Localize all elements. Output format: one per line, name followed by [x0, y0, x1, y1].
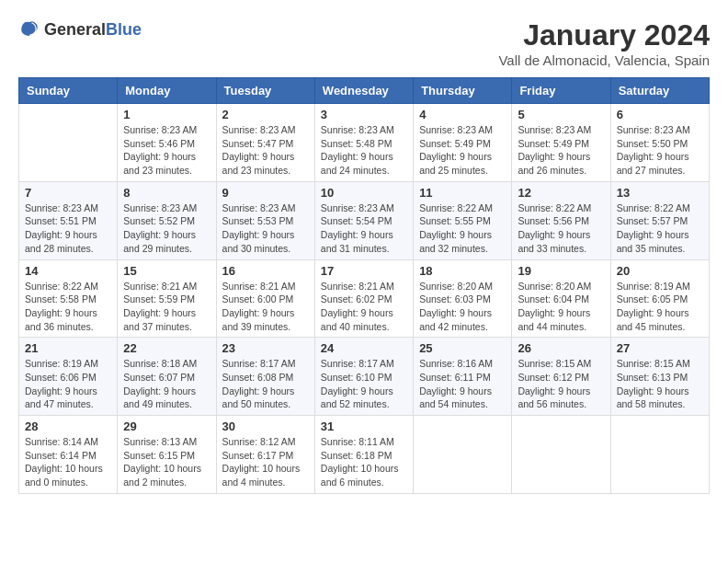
calendar-cell	[610, 416, 709, 494]
calendar-cell: 23Sunrise: 8:17 AM Sunset: 6:08 PM Dayli…	[216, 338, 314, 416]
day-number: 4	[419, 108, 506, 121]
day-number: 7	[25, 186, 111, 200]
calendar-cell: 26Sunrise: 8:15 AM Sunset: 6:12 PM Dayli…	[512, 338, 610, 416]
day-info: Sunrise: 8:18 AM Sunset: 6:07 PM Dayligh…	[123, 357, 210, 411]
day-number: 9	[222, 186, 309, 200]
day-info: Sunrise: 8:23 AM Sunset: 5:54 PM Dayligh…	[321, 201, 407, 256]
calendar-cell: 1Sunrise: 8:23 AM Sunset: 5:46 PM Daylig…	[118, 104, 216, 182]
day-number: 11	[419, 186, 506, 200]
day-info: Sunrise: 8:12 AM Sunset: 6:17 PM Dayligh…	[222, 435, 309, 489]
calendar-week-4: 21Sunrise: 8:19 AM Sunset: 6:06 PM Dayli…	[19, 338, 710, 416]
calendar-cell: 25Sunrise: 8:16 AM Sunset: 6:11 PM Dayli…	[414, 338, 512, 416]
day-number: 28	[25, 419, 111, 433]
day-info: Sunrise: 8:15 AM Sunset: 6:12 PM Dayligh…	[518, 357, 604, 411]
calendar-cell: 13Sunrise: 8:22 AM Sunset: 5:57 PM Dayli…	[610, 181, 709, 259]
calendar-cell: 17Sunrise: 8:21 AM Sunset: 6:02 PM Dayli…	[314, 259, 413, 338]
calendar-cell: 12Sunrise: 8:22 AM Sunset: 5:56 PM Dayli…	[512, 181, 610, 259]
day-info: Sunrise: 8:23 AM Sunset: 5:50 PM Dayligh…	[617, 123, 703, 178]
weekday-header-row: SundayMondayTuesdayWednesdayThursdayFrid…	[19, 78, 710, 104]
day-info: Sunrise: 8:17 AM Sunset: 6:10 PM Dayligh…	[321, 357, 407, 411]
calendar-cell: 22Sunrise: 8:18 AM Sunset: 6:07 PM Dayli…	[118, 338, 216, 416]
calendar-cell	[19, 104, 118, 182]
calendar-week-3: 14Sunrise: 8:22 AM Sunset: 5:58 PM Dayli…	[19, 259, 710, 338]
day-number: 24	[321, 341, 407, 355]
day-number: 31	[321, 419, 407, 433]
day-number: 10	[321, 186, 407, 200]
day-info: Sunrise: 8:22 AM Sunset: 5:55 PM Dayligh…	[419, 201, 506, 256]
weekday-header-friday: Friday	[512, 78, 610, 104]
title-area: January 2024 Vall de Almonacid, Valencia…	[498, 18, 710, 68]
day-number: 2	[222, 108, 309, 121]
day-info: Sunrise: 8:11 AM Sunset: 6:18 PM Dayligh…	[321, 435, 407, 489]
day-info: Sunrise: 8:13 AM Sunset: 6:15 PM Dayligh…	[123, 435, 210, 489]
day-number: 29	[123, 419, 210, 433]
calendar-cell: 19Sunrise: 8:20 AM Sunset: 6:04 PM Dayli…	[512, 259, 610, 338]
day-info: Sunrise: 8:23 AM Sunset: 5:51 PM Dayligh…	[25, 201, 111, 256]
day-info: Sunrise: 8:23 AM Sunset: 5:46 PM Dayligh…	[123, 123, 210, 178]
day-info: Sunrise: 8:21 AM Sunset: 6:00 PM Dayligh…	[222, 280, 309, 334]
calendar-cell: 3Sunrise: 8:23 AM Sunset: 5:48 PM Daylig…	[314, 104, 413, 182]
calendar-week-1: 1Sunrise: 8:23 AM Sunset: 5:46 PM Daylig…	[19, 104, 710, 182]
weekday-header-thursday: Thursday	[414, 78, 512, 104]
calendar-week-2: 7Sunrise: 8:23 AM Sunset: 5:51 PM Daylig…	[19, 181, 710, 259]
day-number: 6	[617, 108, 703, 121]
page-header: GeneralBlue January 2024 Vall de Almonac…	[18, 18, 710, 68]
calendar-cell: 15Sunrise: 8:21 AM Sunset: 5:59 PM Dayli…	[118, 259, 216, 338]
day-info: Sunrise: 8:23 AM Sunset: 5:53 PM Dayligh…	[222, 201, 309, 256]
day-info: Sunrise: 8:21 AM Sunset: 5:59 PM Dayligh…	[123, 280, 210, 334]
weekday-header-saturday: Saturday	[610, 78, 709, 104]
calendar-cell: 24Sunrise: 8:17 AM Sunset: 6:10 PM Dayli…	[314, 338, 413, 416]
weekday-header-monday: Monday	[118, 78, 216, 104]
day-number: 17	[321, 264, 407, 278]
calendar-cell: 4Sunrise: 8:23 AM Sunset: 5:49 PM Daylig…	[414, 104, 512, 182]
day-info: Sunrise: 8:23 AM Sunset: 5:49 PM Dayligh…	[518, 123, 604, 178]
calendar-cell	[512, 416, 610, 494]
logo: GeneralBlue	[18, 18, 142, 40]
day-number: 19	[518, 264, 604, 278]
day-number: 23	[222, 341, 309, 355]
location-title: Vall de Almonacid, Valencia, Spain	[498, 52, 710, 68]
logo-blue-text: Blue	[106, 20, 142, 39]
calendar-cell: 31Sunrise: 8:11 AM Sunset: 6:18 PM Dayli…	[314, 416, 413, 494]
day-number: 5	[518, 108, 604, 121]
calendar-cell: 6Sunrise: 8:23 AM Sunset: 5:50 PM Daylig…	[610, 104, 709, 182]
calendar-cell: 2Sunrise: 8:23 AM Sunset: 5:47 PM Daylig…	[216, 104, 314, 182]
calendar-cell: 5Sunrise: 8:23 AM Sunset: 5:49 PM Daylig…	[512, 104, 610, 182]
day-number: 12	[518, 186, 604, 200]
calendar-cell: 7Sunrise: 8:23 AM Sunset: 5:51 PM Daylig…	[19, 181, 118, 259]
calendar-cell: 9Sunrise: 8:23 AM Sunset: 5:53 PM Daylig…	[216, 181, 314, 259]
day-info: Sunrise: 8:19 AM Sunset: 6:05 PM Dayligh…	[617, 280, 703, 334]
day-info: Sunrise: 8:22 AM Sunset: 5:57 PM Dayligh…	[617, 201, 703, 256]
day-number: 27	[617, 341, 703, 355]
day-number: 22	[123, 341, 210, 355]
day-info: Sunrise: 8:22 AM Sunset: 5:58 PM Dayligh…	[25, 280, 111, 334]
day-info: Sunrise: 8:19 AM Sunset: 6:06 PM Dayligh…	[25, 357, 111, 411]
calendar-cell: 8Sunrise: 8:23 AM Sunset: 5:52 PM Daylig…	[118, 181, 216, 259]
weekday-header-tuesday: Tuesday	[216, 78, 314, 104]
day-info: Sunrise: 8:20 AM Sunset: 6:03 PM Dayligh…	[419, 280, 506, 334]
day-info: Sunrise: 8:23 AM Sunset: 5:52 PM Dayligh…	[123, 201, 210, 256]
calendar-week-5: 28Sunrise: 8:14 AM Sunset: 6:14 PM Dayli…	[19, 416, 710, 494]
day-number: 21	[25, 341, 111, 355]
calendar-table: SundayMondayTuesdayWednesdayThursdayFrid…	[18, 77, 710, 494]
day-number: 3	[321, 108, 407, 121]
day-info: Sunrise: 8:14 AM Sunset: 6:14 PM Dayligh…	[25, 435, 111, 489]
calendar-cell: 28Sunrise: 8:14 AM Sunset: 6:14 PM Dayli…	[19, 416, 118, 494]
day-number: 16	[222, 264, 309, 278]
day-number: 13	[617, 186, 703, 200]
day-info: Sunrise: 8:16 AM Sunset: 6:11 PM Dayligh…	[419, 357, 506, 411]
calendar-cell: 29Sunrise: 8:13 AM Sunset: 6:15 PM Dayli…	[118, 416, 216, 494]
day-number: 20	[617, 264, 703, 278]
month-title: January 2024	[498, 18, 710, 52]
day-info: Sunrise: 8:22 AM Sunset: 5:56 PM Dayligh…	[518, 201, 604, 256]
logo-icon	[18, 18, 40, 40]
weekday-header-sunday: Sunday	[19, 78, 118, 104]
day-info: Sunrise: 8:23 AM Sunset: 5:47 PM Dayligh…	[222, 123, 309, 178]
calendar-cell: 30Sunrise: 8:12 AM Sunset: 6:17 PM Dayli…	[216, 416, 314, 494]
calendar-cell: 14Sunrise: 8:22 AM Sunset: 5:58 PM Dayli…	[19, 259, 118, 338]
day-number: 25	[419, 341, 506, 355]
calendar-cell: 10Sunrise: 8:23 AM Sunset: 5:54 PM Dayli…	[314, 181, 413, 259]
logo-general-text: General	[44, 20, 106, 39]
calendar-cell: 20Sunrise: 8:19 AM Sunset: 6:05 PM Dayli…	[610, 259, 709, 338]
day-number: 14	[25, 264, 111, 278]
